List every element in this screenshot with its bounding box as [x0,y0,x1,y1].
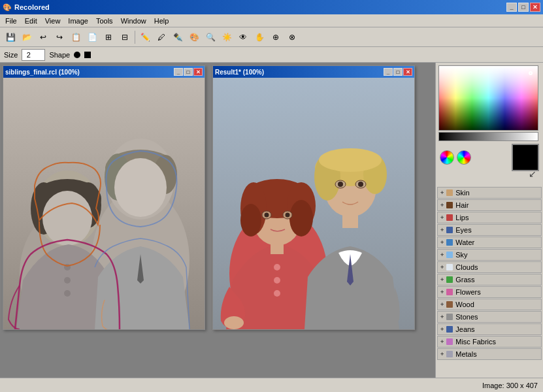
right-panel: ↙ +Skin+Hair+Lips+Eyes+Water+Sky+Clouds+… [435,63,543,378]
shape-label: Shape [49,51,70,59]
category-item-stones[interactable]: +Stones [437,311,542,323]
category-item-skin[interactable]: +Skin [437,187,542,199]
result-close-btn[interactable]: ✕ [403,68,412,76]
category-expand-wood[interactable]: + [440,301,444,308]
category-item-water[interactable]: +Water [437,237,542,248]
toolbar-btn-10[interactable]: 🖊 [154,29,169,45]
svg-point-21 [274,277,280,284]
source-title-bar[interactable]: siblings_final.rcl (100%) _ □ ✕ [3,66,205,78]
toolbar-btn-17[interactable]: ⊕ [268,29,284,45]
category-item-misc_fabrics[interactable]: +Misc Fabrics [437,336,542,348]
category-expand-clouds[interactable]: + [440,264,444,270]
close-button[interactable]: ✕ [530,3,540,12]
category-item-eyes[interactable]: +Eyes [437,224,542,236]
category-item-clouds[interactable]: +Clouds [437,261,542,273]
result-maximize-btn[interactable]: □ [393,68,403,76]
toolbar-btn-4[interactable]: 📋 [68,29,84,45]
svg-point-20 [274,264,280,270]
category-expand-grass[interactable]: + [440,276,444,283]
category-expand-skin[interactable]: + [440,189,444,196]
category-expand-water[interactable]: + [440,239,444,246]
category-expand-flowers[interactable]: + [440,289,444,295]
toolbar-btn-16[interactable]: ✋ [252,29,267,45]
menu-item-edit[interactable]: Edit [21,16,41,26]
menu-item-help[interactable]: Help [150,16,173,26]
toolbar-btn-18[interactable]: ⊗ [284,29,300,45]
category-color-dot-stones [446,314,453,320]
size-label: Size [4,51,18,59]
category-list: +Skin+Hair+Lips+Eyes+Water+Sky+Clouds+Gr… [436,186,543,378]
result-title-bar[interactable]: Result1* (100%) _ □ ✕ [213,66,414,78]
category-item-metals[interactable]: +Metals [437,348,542,360]
app-icon: 🎨 [3,3,12,12]
toolbar-btn-13[interactable]: 🔍 [203,29,218,45]
toolbar-btn-1[interactable]: 📂 [19,29,35,45]
svg-rect-24 [271,244,284,254]
category-label-lips: Lips [455,214,469,221]
category-expand-sky[interactable]: + [440,252,444,258]
svg-point-12 [42,191,92,246]
result-minimize-btn[interactable]: _ [384,68,393,76]
toolbar-btn-9[interactable]: ✏️ [137,29,153,45]
source-title-controls[interactable]: _ □ ✕ [174,68,203,76]
category-label-water: Water [455,238,474,246]
category-label-flowers: Flowers [455,288,481,296]
svg-point-15 [64,277,71,284]
category-expand-hair[interactable]: + [440,202,444,208]
category-expand-stones[interactable]: + [440,314,444,320]
menu-item-window[interactable]: Window [117,16,150,26]
category-expand-eyes[interactable]: + [440,227,444,233]
toolbar-btn-6[interactable]: ⊞ [101,29,116,45]
toolbar-btn-7[interactable]: ⊟ [117,29,133,45]
color-swatch[interactable]: ↙ [512,144,539,171]
toolbar-btn-3[interactable]: ↪ [52,29,67,45]
category-color-dot-sky [446,252,453,258]
shape-circle[interactable] [74,52,80,58]
source-maximize-btn[interactable]: □ [184,68,193,76]
category-expand-misc_fabrics[interactable]: + [440,338,444,345]
maximize-button[interactable]: □ [518,3,529,12]
toolbar-btn-14[interactable]: ☀️ [219,29,235,45]
category-item-sky[interactable]: +Sky [437,249,542,261]
size-input[interactable] [22,49,45,61]
toolbar-btn-2[interactable]: ↩ [35,29,51,45]
category-color-dot-metals [446,351,453,357]
source-minimize-btn[interactable]: _ [174,68,183,76]
category-item-lips[interactable]: +Lips [437,212,542,223]
rgb-color-wheel[interactable] [457,150,471,165]
category-color-dot-flowers [446,289,453,295]
menu-item-file[interactable]: File [1,16,21,26]
category-color-dot-grass [446,276,453,283]
title-bar-controls[interactable]: _ □ ✕ [506,3,540,12]
color-gradient[interactable] [438,65,538,131]
category-expand-lips[interactable]: + [440,214,444,221]
category-expand-metals[interactable]: + [440,351,444,357]
gray-bar[interactable] [438,132,538,141]
shape-square[interactable] [84,52,91,58]
category-label-eyes: Eyes [455,226,471,234]
toolbar-btn-5[interactable]: 📄 [84,29,100,45]
hsl-color-wheel[interactable] [440,150,454,165]
app-title: Recolored [14,3,50,11]
toolbar-separator [135,31,135,44]
menu-item-image[interactable]: Image [64,16,92,26]
category-color-dot-water [446,239,453,246]
menu-item-view[interactable]: View [41,16,65,26]
category-item-wood[interactable]: +Wood [437,299,542,310]
minimize-button[interactable]: _ [506,3,517,12]
source-close-btn[interactable]: ✕ [193,68,203,76]
result-title-controls[interactable]: _ □ ✕ [384,68,412,76]
category-item-jeans[interactable]: +Jeans [437,323,542,335]
toolbar-btn-11[interactable]: ✒️ [170,29,186,45]
category-item-flowers[interactable]: +Flowers [437,286,542,298]
toolbar-btn-0[interactable]: 💾 [3,29,18,45]
toolbar-btn-15[interactable]: 👁 [235,29,251,45]
category-item-grass[interactable]: +Grass [437,274,542,286]
category-expand-jeans[interactable]: + [440,326,444,333]
toolbar-btn-12[interactable]: 🎨 [186,29,202,45]
svg-point-13 [114,158,167,217]
status-bar: Image: 300 x 407 [0,378,543,392]
category-item-hair[interactable]: +Hair [437,199,542,211]
menu-item-tools[interactable]: Tools [92,16,117,26]
size-bar: Size Shape [0,47,543,63]
